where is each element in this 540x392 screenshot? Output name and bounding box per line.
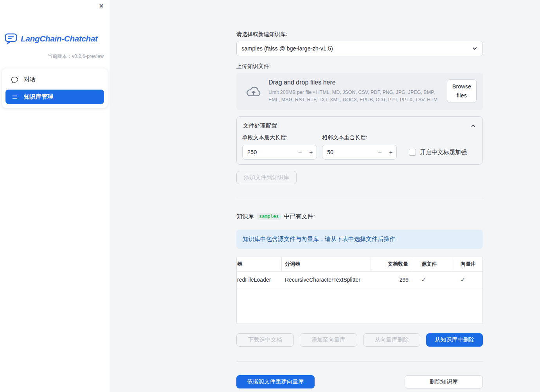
expander-title: 文件处理配置 (243, 122, 277, 129)
upload-label: 上传知识文件: (236, 63, 483, 70)
delete-kb-button[interactable]: 删除知识库 (405, 375, 483, 388)
list-icon (11, 94, 18, 100)
kb-level-buttons: 依据源文件重建向量库 删除知识库 (236, 375, 483, 388)
chunk-size-decrement-button[interactable]: – (295, 149, 306, 155)
cell-loader: redFileLoader (237, 272, 282, 288)
kb-select-label: 请选择或新建知识库: (236, 31, 483, 38)
kb-selectbox[interactable]: samples (faiss @ bge-large-zh-v1.5) (236, 41, 483, 56)
table-header-row: 器 分词器 文档数量 源文件 向量库 (237, 257, 482, 272)
overlap-value[interactable]: 50 (322, 149, 374, 155)
sidebar-close-icon[interactable]: ✕ (99, 3, 104, 9)
download-selected-button[interactable]: 下载选中文档 (236, 333, 294, 347)
kb-files-heading: 知识库 samples 中已有文件: (236, 213, 483, 220)
cell-source-file-check: ✓ (413, 272, 452, 288)
table-header-vector-store: 向量库 (452, 257, 481, 271)
expander-header[interactable]: 文件处理配置 (242, 121, 477, 129)
sidebar-item-label: 对话 (24, 76, 36, 83)
chevron-up-icon (470, 123, 476, 129)
version-label: 当前版本： (47, 54, 72, 59)
table-header-source-file: 源文件 (413, 257, 452, 271)
cell-splitter: RecursiveCharacterTextSplitter (282, 272, 371, 288)
sidebar-item-dialogue[interactable]: 对话 (5, 72, 104, 87)
zh-title-enhance-label: 开启中文标题加强 (420, 149, 467, 156)
kb-files-suffix: 中已有文件: (284, 213, 315, 220)
main-content: 请选择或新建知识库: samples (faiss @ bge-large-zh… (236, 0, 483, 388)
sidebar: ✕ LangChain-Chatchat 当前版本：v0.2.6-preview (0, 0, 110, 392)
kb-files-prefix: 知识库 (236, 213, 254, 220)
delete-from-kb-button[interactable]: 从知识库中删除 (426, 333, 483, 347)
dropzone-limits: Limit 200MB per file • HTML, MD, JSON, C… (268, 89, 447, 104)
main-area: 请选择或新建知识库: samples (faiss @ bge-large-zh… (110, 0, 540, 392)
chat-bubble-icon (11, 76, 18, 83)
sidebar-item-kb-management[interactable]: 知识库管理 (5, 90, 104, 104)
kb-selectbox-value: samples (faiss @ bge-large-zh-v1.5) (241, 45, 333, 52)
cloud-upload-icon (246, 85, 261, 97)
logo: LangChain-Chatchat (0, 0, 110, 45)
overlap-label: 相邻文本重合长度: (322, 134, 397, 141)
chunk-size-value[interactable]: 250 (243, 149, 295, 155)
kb-name-code: samples (257, 213, 281, 220)
zh-title-enhance-checkbox[interactable] (409, 149, 416, 156)
overlap-decrement-button[interactable]: – (374, 149, 385, 155)
zh-title-enhance-field: 开启中文标题加强 (402, 149, 467, 160)
dropzone-instruction: Drag and drop files here (268, 79, 447, 86)
delete-from-vector-store-button[interactable]: 从向量库删除 (363, 333, 421, 347)
cell-doc-count: 299 (371, 272, 413, 288)
chevron-down-icon (472, 45, 478, 52)
add-to-vector-store-button[interactable]: 添加至向量库 (300, 333, 357, 347)
file-dropzone[interactable]: Drag and drop files here Limit 200MB per… (236, 73, 483, 110)
dropzone-texts: Drag and drop files here Limit 200MB per… (268, 79, 447, 104)
info-banner: 知识库中包含源文件与向量库，请从下表中选择文件后操作 (236, 230, 483, 249)
file-config-expander: 文件处理配置 单段文本最大长度: 250 – + (236, 116, 483, 165)
app-window: ✕ LangChain-Chatchat 当前版本：v0.2.6-preview (0, 0, 540, 392)
file-action-buttons: 下载选中文档 添加至向量库 从向量库删除 从知识库中删除 (236, 333, 483, 347)
table-row[interactable]: redFileLoader RecursiveCharacterTextSpli… (237, 272, 482, 288)
sidebar-menu: 对话 知识库管理 (2, 68, 108, 108)
app-title: LangChain-Chatchat (21, 34, 97, 43)
section-divider (236, 200, 483, 200)
rebuild-vector-store-button[interactable]: 依据源文件重建向量库 (236, 375, 315, 388)
table-header-doc-count: 文档数量 (371, 257, 413, 271)
add-files-to-kb-button[interactable]: 添加文件到知识库 (236, 171, 297, 184)
browse-files-button[interactable]: Browse files (447, 79, 477, 103)
config-row: 单段文本最大长度: 250 – + 相邻文本重合长度: 50 – + (242, 134, 477, 160)
chatchat-logo-icon (5, 33, 17, 45)
bottom-divider (236, 361, 483, 362)
chunk-size-field: 单段文本最大长度: 250 – + (242, 134, 317, 160)
chunk-size-label: 单段文本最大长度: (242, 134, 317, 141)
kb-files-table: 器 分词器 文档数量 源文件 向量库 redFileLoader Recursi… (236, 257, 483, 324)
version-text: 当前版本：v0.2.6-preview (0, 45, 110, 60)
overlap-increment-button[interactable]: + (385, 149, 396, 155)
chunk-size-increment-button[interactable]: + (306, 149, 317, 155)
table-empty-area (237, 288, 482, 324)
chunk-size-input[interactable]: 250 – + (242, 145, 317, 160)
overlap-field: 相邻文本重合长度: 50 – + (322, 134, 397, 160)
table-header-loader: 器 (237, 257, 282, 271)
sidebar-item-label: 知识库管理 (24, 93, 53, 101)
table-header-splitter: 分词器 (282, 257, 371, 271)
version-value: v0.2.6-preview (72, 54, 104, 59)
cell-vector-store-check: ✓ (452, 272, 481, 288)
overlap-input[interactable]: 50 – + (322, 145, 397, 160)
